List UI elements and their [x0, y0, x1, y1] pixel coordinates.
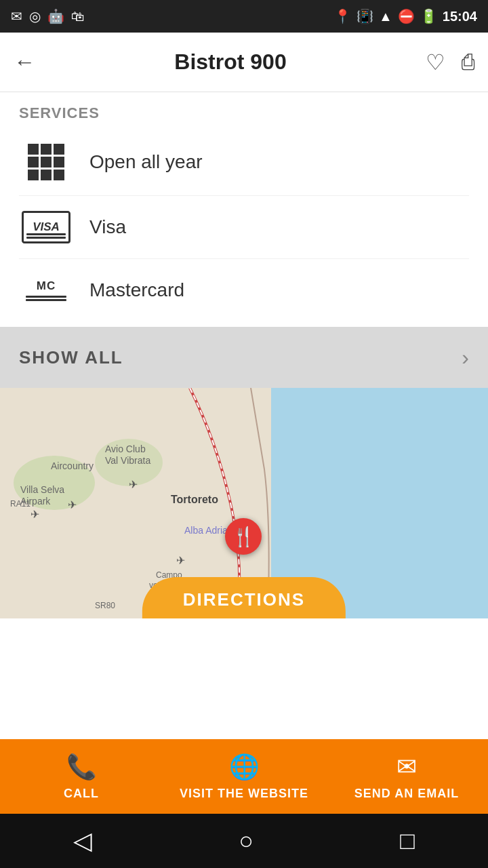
- mail-icon: ✉: [11, 8, 22, 24]
- website-label: VISIT THE WEBSITE: [180, 787, 308, 801]
- visa-icon-text: VISA: [33, 220, 60, 234]
- mastercard-label: Mastercard: [89, 279, 184, 301]
- restaurant-map-pin: 🍴: [225, 518, 262, 555]
- status-bar-right: 📍 📳 ▲ ⛔ 🔋 15:04: [334, 8, 477, 24]
- svg-text:Aircountry: Aircountry: [51, 460, 94, 471]
- status-bar-left: ✉ ◎ 🤖 🛍: [11, 8, 85, 24]
- email-action[interactable]: ✉ SEND AN EMAIL: [325, 753, 488, 801]
- email-label: SEND AN EMAIL: [354, 787, 459, 801]
- grid-icon: [28, 144, 64, 180]
- website-icon: 🌐: [229, 753, 260, 781]
- header: ← Bistrot 900 ♡ ⎙: [0, 33, 488, 92]
- back-button[interactable]: ←: [14, 50, 35, 75]
- svg-text:SR80: SR80: [95, 601, 115, 610]
- visa-label: Visa: [89, 216, 126, 238]
- svg-text:RA11: RA11: [10, 499, 30, 509]
- circle-icon: ◎: [29, 8, 41, 24]
- nav-back-button[interactable]: ◁: [73, 827, 92, 855]
- services-label: SERVICES: [19, 104, 469, 122]
- services-section: SERVICES Open all year VISA Visa: [0, 92, 488, 321]
- directions-button[interactable]: DIRECTIONS: [142, 577, 346, 618]
- signal-icon: ⛔: [398, 8, 415, 24]
- time-display: 15:04: [443, 9, 477, 24]
- svg-text:Avio Club: Avio Club: [105, 443, 146, 454]
- call-action[interactable]: 📞 CALL: [0, 753, 163, 801]
- svg-text:Tortoreto: Tortoreto: [171, 494, 218, 505]
- svg-text:Villa Selva: Villa Selva: [20, 484, 64, 495]
- mc-icon-box: MC: [22, 274, 70, 307]
- show-all-button[interactable]: SHOW ALL ›: [0, 327, 488, 388]
- android-icon: 🤖: [47, 8, 64, 24]
- svg-text:✈: ✈: [176, 555, 185, 566]
- header-actions: ♡ ⎙: [426, 50, 474, 75]
- show-all-label: SHOW ALL: [19, 347, 123, 368]
- nav-home-button[interactable]: ○: [239, 827, 253, 855]
- mc-lines: [26, 296, 66, 301]
- shopping-icon: 🛍: [71, 9, 85, 24]
- open-all-year-label: Open all year: [89, 151, 203, 173]
- mc-icon-text: MC: [37, 279, 56, 293]
- nav-bar: ◁ ○ □: [0, 814, 488, 868]
- status-bar: ✉ ◎ 🤖 🛍 📍 📳 ▲ ⛔ 🔋 15:04: [0, 0, 488, 33]
- wifi-icon: ▲: [379, 9, 392, 24]
- open-all-year-icon: [19, 144, 73, 180]
- favorite-button[interactable]: ♡: [426, 50, 445, 75]
- location-icon: 📍: [334, 8, 351, 24]
- visa-icon: VISA: [19, 211, 73, 243]
- svg-text:✈: ✈: [30, 509, 39, 520]
- website-action[interactable]: 🌐 VISIT THE WEBSITE: [163, 753, 325, 801]
- svg-text:✈: ✈: [129, 479, 138, 490]
- call-icon: 📞: [66, 753, 97, 781]
- service-item-visa: VISA Visa: [19, 196, 469, 259]
- mastercard-icon: MC: [19, 274, 73, 307]
- visa-lines: [24, 233, 68, 239]
- service-item-open-all-year: Open all year: [19, 129, 469, 196]
- vibrate-icon: 📳: [357, 8, 373, 24]
- email-icon: ✉: [396, 753, 417, 781]
- svg-text:Val Vibrata: Val Vibrata: [105, 455, 150, 466]
- share-button[interactable]: ⎙: [462, 50, 474, 75]
- bottom-action-bar: 📞 CALL 🌐 VISIT THE WEBSITE ✉ SEND AN EMA…: [0, 739, 488, 814]
- map-area[interactable]: Villa Selva Airpark Aircountry Avio Club…: [0, 388, 488, 618]
- service-item-mastercard: MC Mastercard: [19, 259, 469, 321]
- battery-icon: 🔋: [420, 8, 437, 24]
- nav-recent-button[interactable]: □: [400, 827, 415, 855]
- visa-icon-box: VISA: [22, 211, 70, 243]
- page-title: Bistrot 900: [174, 50, 286, 75]
- show-all-arrow-icon: ›: [462, 345, 469, 370]
- svg-text:✈: ✈: [68, 499, 77, 511]
- call-label: CALL: [64, 787, 99, 801]
